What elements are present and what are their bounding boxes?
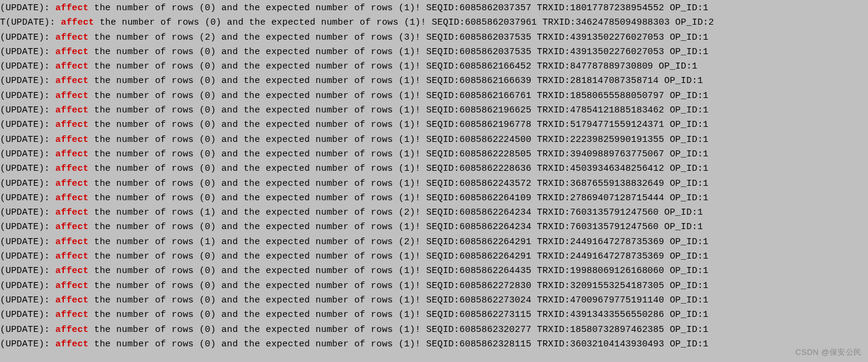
highlight-word: affect: [55, 325, 88, 335]
log-line: (UPDATE): affect the number of rows (0) …: [0, 308, 868, 322]
log-line: (UPDATE): affect the number of rows (0) …: [0, 162, 868, 176]
log-message: the number of rows (0) and the expected …: [88, 266, 709, 276]
log-message: the number of rows (0) and the expected …: [88, 61, 697, 72]
log-message: the number of rows (0) and the expected …: [88, 222, 703, 232]
highlight-word: affect: [55, 32, 88, 43]
log-prefix: (UPDATE):: [0, 149, 55, 159]
log-line: T(UPDATE): affect the number of rows (0)…: [0, 16, 868, 30]
log-line: (UPDATE): affect the number of rows (0) …: [0, 1, 868, 16]
log-prefix: (UPDATE):: [0, 135, 55, 145]
highlight-word: affect: [55, 281, 88, 291]
highlight-word: affect: [55, 222, 88, 232]
log-line: (UPDATE): affect the number of rows (0) …: [0, 337, 868, 352]
highlight-word: affect: [55, 179, 88, 189]
log-prefix: (UPDATE):: [0, 207, 55, 218]
log-message: the number of rows (0) and the expected …: [88, 105, 709, 115]
log-message: the number of rows (1) and the expected …: [88, 237, 709, 247]
highlight-word: affect: [55, 105, 88, 115]
log-line: (UPDATE): affect the number of rows (0) …: [0, 74, 868, 88]
highlight-word: affect: [61, 17, 94, 28]
highlight-word: affect: [55, 266, 88, 276]
log-prefix: (UPDATE):: [0, 251, 55, 262]
log-output: (UPDATE): affect the number of rows (0) …: [0, 0, 868, 353]
log-message: the number of rows (0) and the expected …: [88, 149, 709, 159]
log-message: the number of rows (0) and the expected …: [94, 17, 714, 28]
log-message: the number of rows (0) and the expected …: [88, 76, 703, 86]
log-prefix: (UPDATE):: [0, 222, 55, 232]
log-prefix: (UPDATE):: [0, 76, 55, 86]
log-message: the number of rows (0) and the expected …: [88, 251, 709, 262]
highlight-word: affect: [55, 207, 88, 218]
log-prefix: (UPDATE):: [0, 179, 55, 189]
log-line: (UPDATE): affect the number of rows (0) …: [0, 147, 868, 162]
highlight-word: affect: [55, 120, 88, 130]
log-prefix: (UPDATE):: [0, 325, 55, 335]
log-prefix: (UPDATE):: [0, 281, 55, 291]
highlight-word: affect: [55, 76, 88, 86]
log-message: the number of rows (0) and the expected …: [88, 193, 709, 203]
log-line: (UPDATE): affect the number of rows (0) …: [0, 133, 868, 147]
log-message: the number of rows (0) and the expected …: [88, 179, 709, 189]
log-message: the number of rows (0) and the expected …: [88, 120, 709, 130]
log-prefix: (UPDATE):: [0, 310, 55, 320]
log-message: the number of rows (0) and the expected …: [88, 310, 709, 320]
log-message: the number of rows (0) and the expected …: [88, 295, 709, 305]
log-prefix: (UPDATE):: [0, 193, 55, 203]
log-prefix: (UPDATE):: [0, 105, 55, 115]
log-prefix: (UPDATE):: [0, 32, 55, 43]
log-line: (UPDATE): affect the number of rows (0) …: [0, 293, 868, 308]
log-prefix: (UPDATE):: [0, 339, 55, 349]
log-message: the number of rows (0) and the expected …: [88, 135, 709, 145]
log-prefix: T(UPDATE):: [0, 17, 61, 28]
highlight-word: affect: [55, 91, 88, 101]
log-line: (UPDATE): affect the number of rows (0) …: [0, 191, 868, 206]
log-prefix: (UPDATE):: [0, 164, 55, 174]
highlight-word: affect: [55, 61, 88, 72]
log-line: (UPDATE): affect the number of rows (0) …: [0, 220, 868, 235]
highlight-word: affect: [55, 237, 88, 247]
log-prefix: (UPDATE):: [0, 237, 55, 247]
highlight-word: affect: [55, 149, 88, 159]
highlight-word: affect: [55, 295, 88, 305]
log-message: the number of rows (2) and the expected …: [88, 32, 709, 43]
highlight-word: affect: [55, 3, 88, 13]
log-line: (UPDATE): affect the number of rows (0) …: [0, 250, 868, 264]
log-prefix: (UPDATE):: [0, 3, 55, 13]
highlight-word: affect: [55, 251, 88, 262]
highlight-word: affect: [55, 135, 88, 145]
log-message: the number of rows (0) and the expected …: [88, 325, 709, 335]
log-prefix: (UPDATE):: [0, 120, 55, 130]
log-line: (UPDATE): affect the number of rows (0) …: [0, 323, 868, 337]
log-message: the number of rows (0) and the expected …: [88, 47, 709, 57]
log-message: the number of rows (1) and the expected …: [88, 207, 703, 218]
log-line: (UPDATE): affect the number of rows (1) …: [0, 206, 868, 220]
log-line: (UPDATE): affect the number of rows (0) …: [0, 264, 868, 278]
log-prefix: (UPDATE):: [0, 266, 55, 276]
highlight-word: affect: [55, 164, 88, 174]
log-line: (UPDATE): affect the number of rows (0) …: [0, 45, 868, 60]
log-line: (UPDATE): affect the number of rows (0) …: [0, 89, 868, 103]
highlight-word: affect: [55, 193, 88, 203]
highlight-word: affect: [55, 47, 88, 57]
log-line: (UPDATE): affect the number of rows (1) …: [0, 235, 868, 250]
log-prefix: (UPDATE):: [0, 295, 55, 305]
log-line: (UPDATE): affect the number of rows (0) …: [0, 177, 868, 191]
highlight-word: affect: [55, 310, 88, 320]
log-prefix: (UPDATE):: [0, 61, 55, 72]
log-message: the number of rows (0) and the expected …: [88, 3, 709, 13]
log-line: (UPDATE): affect the number of rows (0) …: [0, 118, 868, 132]
log-message: the number of rows (0) and the expected …: [88, 91, 709, 101]
log-message: the number of rows (0) and the expected …: [88, 164, 709, 174]
log-prefix: (UPDATE):: [0, 91, 55, 101]
log-line: (UPDATE): affect the number of rows (0) …: [0, 60, 868, 74]
log-line: (UPDATE): affect the number of rows (0) …: [0, 279, 868, 293]
log-message: the number of rows (0) and the expected …: [88, 339, 709, 349]
highlight-word: affect: [55, 339, 88, 349]
watermark-text: CSDN @保安公民: [795, 346, 862, 358]
log-message: the number of rows (0) and the expected …: [88, 281, 709, 291]
log-line: (UPDATE): affect the number of rows (0) …: [0, 103, 868, 118]
log-prefix: (UPDATE):: [0, 47, 55, 57]
log-line: (UPDATE): affect the number of rows (2) …: [0, 31, 868, 45]
